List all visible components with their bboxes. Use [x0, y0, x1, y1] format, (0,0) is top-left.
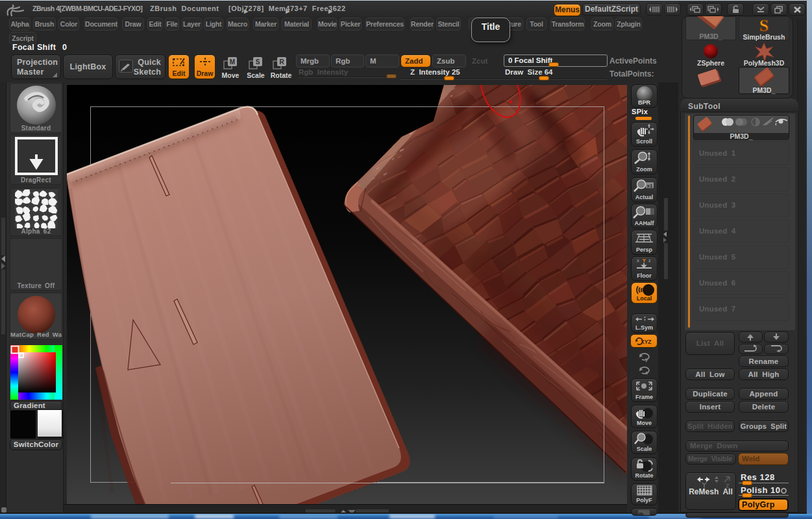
- svg-text:S: S: [759, 16, 769, 35]
- svg-text:XYZ: XYZ: [641, 339, 652, 345]
- svg-text:M: M: [230, 58, 235, 66]
- svg-text:x1: x1: [647, 183, 653, 189]
- svg-text:Y: Y: [643, 258, 646, 263]
- svg-text:y: y: [645, 356, 648, 362]
- svg-text:R: R: [279, 58, 284, 66]
- svg-text:z: z: [648, 258, 651, 263]
- svg-text:x: x: [637, 258, 639, 263]
- svg-text:S: S: [256, 58, 260, 66]
- svg-text:z: z: [645, 370, 648, 376]
